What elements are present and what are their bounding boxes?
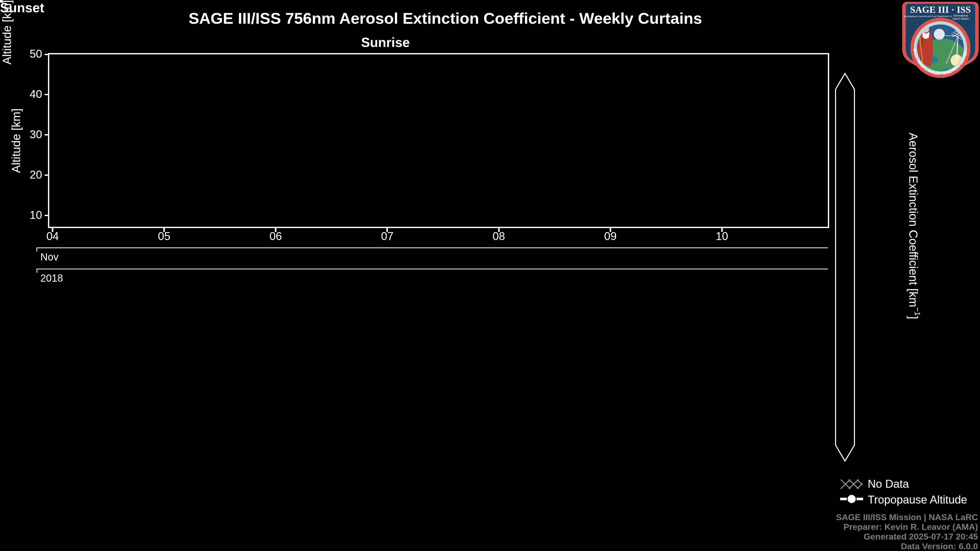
sunset-heatmap-canvas [0, 0, 76, 38]
y-tick [45, 94, 49, 95]
x-tick-label: 09 [595, 230, 626, 243]
y-tick-label: 40 [11, 88, 42, 100]
month-axis-label: Nov [40, 251, 59, 263]
logo-subtitle-right1: International [953, 14, 968, 17]
logo-title: SAGE III · ISS [910, 4, 971, 15]
logo-moon [934, 29, 945, 40]
colorbar-bar [835, 73, 854, 461]
footer-generated: Generated 2025-07-17 20:45 [672, 532, 978, 541]
colorbar [835, 73, 856, 462]
y-tick [45, 134, 49, 135]
month-axis-tick [37, 248, 37, 251]
y-tick [45, 175, 49, 176]
footer-mission: SAGE III/ISS Mission | NASA LaRC [672, 512, 978, 522]
legend-tropopause-label: Tropopause Altitude [868, 493, 967, 506]
footer-preparer: Preparer: Kevin R. Leavor (AMA) [672, 522, 978, 532]
y-tick-label: 50 [11, 48, 42, 60]
x-tick-label: 10 [707, 230, 737, 243]
sage-iii-iss-logo: SAGE III · ISS Stratospheric Aerosol and… [901, 1, 980, 79]
colorbar-label-sup: −1 [913, 307, 922, 316]
legend-no-data-label: No Data [868, 478, 909, 490]
page-title: SAGE III/ISS 756nm Aerosol Extinction Co… [0, 9, 891, 27]
y-tick [45, 54, 49, 55]
tropopause-line-icon [840, 493, 864, 505]
logo-subtitle-right2: Space Station [953, 17, 969, 20]
x-tick-label: 08 [484, 230, 514, 243]
month-axis-line [37, 248, 828, 248]
year-axis-label: 2018 [40, 272, 63, 284]
y-tick [45, 215, 49, 216]
y-tick-label: 20 [11, 168, 42, 181]
y-tick-label: 30 [11, 128, 42, 141]
colorbar-label-text: Aerosol Extinction Coefficient [km [907, 133, 920, 307]
year-axis-line [37, 268, 828, 269]
colorbar-axis-label: Aerosol Extinction Coefficient [km−1] [907, 133, 922, 319]
y-tick-label: 10 [11, 209, 42, 221]
sunrise-panel-title: Sunrise [361, 35, 514, 50]
sunrise-heatmap-canvas [49, 54, 828, 227]
footer-data-version: Data Version: 6.0.0 [672, 541, 978, 551]
x-tick-label: 05 [149, 230, 180, 243]
no-data-hatch-icon [840, 478, 862, 491]
x-tick-label: 04 [37, 230, 68, 243]
colorbar-label-close: ] [907, 316, 920, 319]
logo-subtitle-left: Stratospheric Aerosol and Gas Experiment… [904, 15, 952, 17]
x-tick-label: 06 [260, 230, 291, 243]
year-axis-tick [37, 268, 37, 273]
x-tick-label: 07 [372, 230, 402, 243]
